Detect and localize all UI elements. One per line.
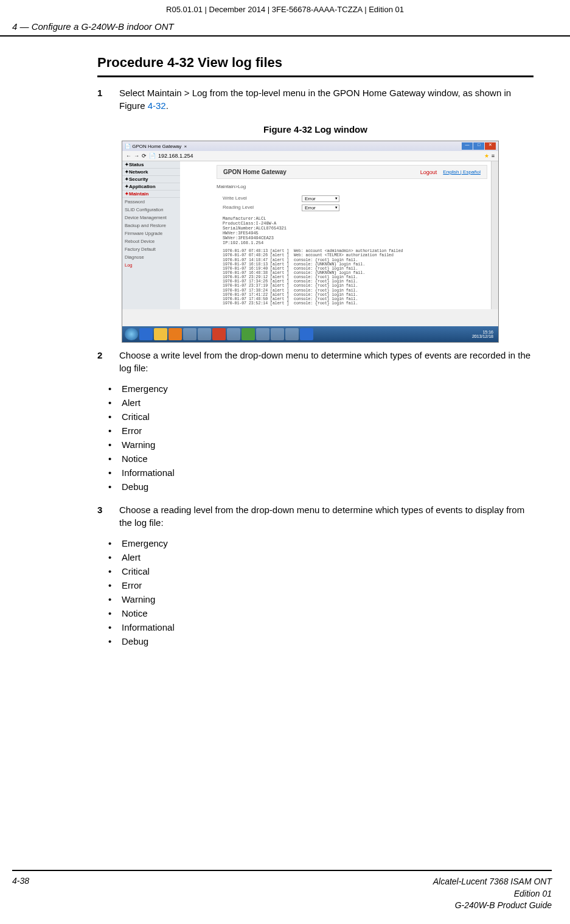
list-item: Informational bbox=[122, 466, 534, 480]
sidebar-item-security[interactable]: ✦Security bbox=[122, 176, 180, 183]
list-item: Notice bbox=[122, 606, 534, 620]
sidebar-sub-device-mgmt[interactable]: Device Management bbox=[122, 214, 180, 222]
taskbar-icon[interactable] bbox=[271, 328, 284, 340]
maximize-button[interactable]: □ bbox=[473, 142, 484, 150]
sidebar: ✦Status ✦Network ✦Security ✦Application … bbox=[122, 161, 180, 309]
taskbar-icon[interactable] bbox=[183, 328, 196, 340]
taskbar-icon[interactable] bbox=[256, 328, 269, 340]
write-levels-list: Emergency Alert Critical Error Warning N… bbox=[97, 382, 534, 494]
list-item: Emergency bbox=[122, 382, 534, 396]
list-item: Critical bbox=[122, 410, 534, 424]
figure-link[interactable]: 4-32 bbox=[148, 100, 166, 111]
taskbar: 15:16 2013/12/18 bbox=[122, 326, 498, 342]
write-level-select[interactable]: Error bbox=[302, 195, 339, 202]
sidebar-item-network[interactable]: ✦Network bbox=[122, 169, 180, 176]
step-2: 2 Choose a write level from the drop-dow… bbox=[97, 349, 534, 374]
step-1-text-a: Select Maintain > Log from the top-level… bbox=[119, 88, 511, 111]
reading-level-field: Reading Level Error bbox=[180, 203, 491, 212]
bookmark-icon[interactable]: ★ bbox=[484, 153, 489, 159]
page-icon: 📄 bbox=[149, 153, 156, 159]
taskbar-clock[interactable]: 15:16 2013/12/18 bbox=[472, 330, 496, 338]
taskbar-icon[interactable] bbox=[285, 328, 299, 340]
browser-tab-title: 📄 GPON Home Gateway × bbox=[125, 144, 187, 149]
menu-icon[interactable]: ≡ bbox=[492, 153, 495, 159]
sidebar-sub-backup[interactable]: Backup and Restore bbox=[122, 222, 180, 229]
explorer-icon[interactable] bbox=[154, 328, 167, 340]
footer-line: Alcatel-Lucent 7368 ISAM ONT bbox=[433, 876, 552, 888]
sidebar-item-status[interactable]: ✦Status bbox=[122, 161, 180, 169]
page-header: 4 — Configure a G-240W-B indoor ONT bbox=[0, 21, 570, 37]
main-panel: GPON Home Gateway Logout English | Españ… bbox=[180, 161, 491, 309]
close-button[interactable]: ✕ bbox=[485, 142, 496, 150]
list-item: Notice bbox=[122, 452, 534, 466]
ie-icon[interactable] bbox=[139, 328, 153, 340]
list-item: Emergency bbox=[122, 536, 534, 550]
sidebar-item-application[interactable]: ✦Application bbox=[122, 183, 180, 191]
step-3: 3 Choose a reading level from the drop-d… bbox=[97, 503, 534, 529]
firefox-icon[interactable] bbox=[169, 328, 182, 340]
content: Procedure 4-32 View log files 1 Select M… bbox=[0, 37, 570, 648]
step-text: Choose a write level from the drop-down … bbox=[119, 349, 534, 374]
breadcrumb: Maintain>Log bbox=[180, 181, 491, 194]
list-item: Warning bbox=[122, 592, 534, 606]
footer-line: Edition 01 bbox=[433, 888, 552, 900]
step-1-text-b: . bbox=[166, 100, 169, 111]
url-text[interactable]: 192.168.1.254 bbox=[158, 153, 193, 159]
figure-caption: Figure 4-32 Log window bbox=[97, 124, 534, 135]
minimize-button[interactable]: — bbox=[462, 142, 473, 150]
browser-titlebar: 📄 GPON Home Gateway × — □ ✕ bbox=[122, 141, 498, 151]
sidebar-sub-reboot[interactable]: Reboot Device bbox=[122, 237, 180, 245]
step-number: 3 bbox=[97, 503, 119, 529]
device-info: Manufacturer:ALCL ProductClass:I-240W-A … bbox=[180, 212, 491, 249]
page-number: 4-38 bbox=[12, 876, 29, 912]
logout-link[interactable]: Logout bbox=[420, 169, 437, 175]
word-icon[interactable] bbox=[300, 328, 313, 340]
sidebar-sub-log[interactable]: Log bbox=[122, 261, 180, 269]
sidebar-item-maintain[interactable]: ✦Maintain bbox=[122, 191, 180, 198]
reading-level-label: Reading Level bbox=[223, 205, 302, 211]
step-1: 1 Select Maintain > Log from the top-lev… bbox=[97, 86, 534, 112]
sidebar-sub-slid[interactable]: SLID Configuration bbox=[122, 206, 180, 214]
screenshot-log-window: 📄 GPON Home Gateway × — □ ✕ ← → ⟳ 📄 192.… bbox=[122, 141, 499, 343]
log-entries: 1970-01-07 07:48:13 [alert ] Web: accoun… bbox=[180, 249, 491, 309]
taskbar-icon[interactable] bbox=[198, 328, 211, 340]
address-bar: ← → ⟳ 📄 192.168.1.254 ★ ≡ bbox=[122, 151, 498, 161]
footer-right: Alcatel-Lucent 7368 ISAM ONT Edition 01 … bbox=[433, 876, 552, 912]
start-icon[interactable] bbox=[125, 328, 138, 340]
app-topbar: GPON Home Gateway Logout English | Españ… bbox=[217, 165, 487, 179]
document-header: R05.01.01 | December 2014 | 3FE-56678-AA… bbox=[0, 0, 570, 21]
scrollbar[interactable] bbox=[491, 161, 498, 309]
footer-line: G-240W-B Product Guide bbox=[433, 900, 552, 912]
chrome-icon[interactable] bbox=[212, 328, 226, 340]
list-item: Informational bbox=[122, 620, 534, 634]
taskbar-icon[interactable] bbox=[242, 328, 255, 340]
language-links[interactable]: English | Español bbox=[443, 169, 481, 175]
list-item: Warning bbox=[122, 438, 534, 452]
sidebar-sub-factory[interactable]: Factory Default bbox=[122, 245, 180, 253]
list-item: Alert bbox=[122, 396, 534, 410]
list-item: Error bbox=[122, 578, 534, 592]
sidebar-sub-diagnose[interactable]: Diagnose bbox=[122, 253, 180, 261]
sidebar-sub-firmware[interactable]: Firmware Upgrade bbox=[122, 229, 180, 237]
read-levels-list: Emergency Alert Critical Error Warning N… bbox=[97, 536, 534, 648]
reading-level-select[interactable]: Error bbox=[302, 205, 339, 211]
list-item: Critical bbox=[122, 564, 534, 578]
write-level-label: Write Level bbox=[223, 195, 302, 202]
step-number: 2 bbox=[97, 349, 119, 374]
forward-icon[interactable]: → bbox=[134, 153, 139, 159]
window-controls: — □ ✕ bbox=[462, 142, 496, 150]
reload-icon[interactable]: ⟳ bbox=[142, 153, 147, 159]
page-footer: 4-38 Alcatel-Lucent 7368 ISAM ONT Editio… bbox=[12, 870, 552, 912]
step-text: Choose a reading level from the drop-dow… bbox=[119, 503, 534, 529]
step-text: Select Maintain > Log from the top-level… bbox=[119, 86, 534, 112]
procedure-title: Procedure 4-32 View log files bbox=[97, 55, 534, 77]
brand-title: GPON Home Gateway bbox=[223, 169, 287, 175]
write-level-field: Write Level Error bbox=[180, 194, 491, 203]
taskbar-icon[interactable] bbox=[227, 328, 240, 340]
list-item: Debug bbox=[122, 480, 534, 494]
back-icon[interactable]: ← bbox=[126, 153, 131, 159]
list-item: Debug bbox=[122, 634, 534, 648]
sidebar-sub-password[interactable]: Password bbox=[122, 198, 180, 206]
list-item: Alert bbox=[122, 550, 534, 564]
step-number: 1 bbox=[97, 86, 119, 112]
